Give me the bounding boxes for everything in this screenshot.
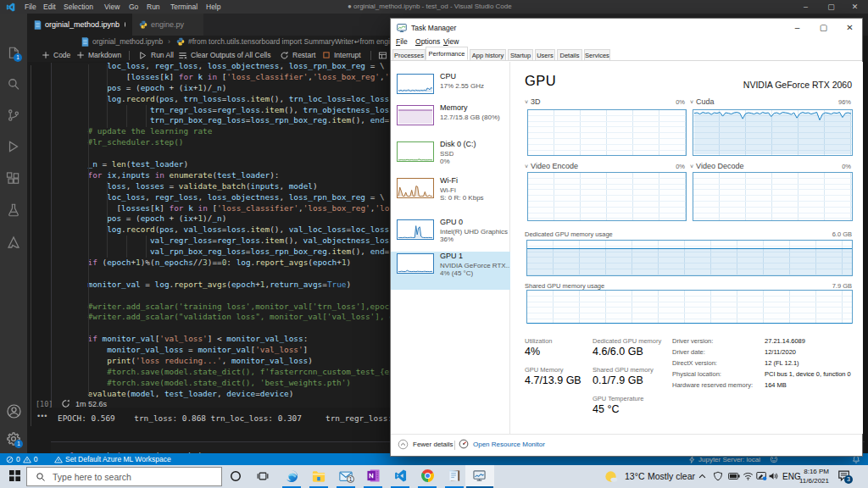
vscode-taskbar-icon[interactable] (390, 465, 410, 486)
azure-workspace-status[interactable]: Set Default Azure ML Workspace (54, 453, 171, 465)
tm-sidebar-wi-fi[interactable]: Wi-FiWi-FiS: 0 R: 0 Kbps (391, 176, 510, 218)
tm-close-button[interactable]: ✕ (843, 21, 857, 34)
add-code-button[interactable]: Code (42, 48, 70, 62)
chart-label-video-encode[interactable]: ˅Video Encode (525, 162, 578, 170)
mail-icon[interactable]: 1 (336, 465, 356, 486)
extensions-icon[interactable] (6, 171, 21, 186)
resource-monitor-icon (459, 439, 469, 449)
task-view-icon[interactable] (253, 465, 273, 486)
vscode-minimize-button[interactable]: – (799, 0, 812, 14)
chart-label-3d[interactable]: ˅3D (525, 97, 541, 106)
file-explorer-icon[interactable] (309, 465, 329, 486)
tm-menu-view[interactable]: View (443, 37, 459, 46)
vscode-logo-icon[interactable] (6, 3, 15, 12)
problems-status[interactable]: 0 0 (6, 453, 37, 465)
taskbar-clock[interactable]: 8:16 PM 11/6/2021 (799, 468, 829, 485)
tm-menu-options[interactable]: Options (415, 37, 440, 46)
restart-button[interactable]: Restart (280, 48, 315, 62)
start-button[interactable] (4, 465, 25, 486)
tm-tab-services[interactable]: Services (584, 49, 610, 60)
tm-sidebar-memory[interactable]: Memory12.7/15.8 GB (80%) (391, 103, 510, 140)
tm-tab-processes[interactable]: Processes (392, 49, 426, 60)
menu-selection[interactable]: Selection (64, 0, 93, 14)
detail-value: 27.21.14.6089 (765, 337, 805, 345)
menu-terminal[interactable]: Terminal (170, 0, 198, 14)
chart-label-video-decode[interactable]: ˅Video Decode (690, 162, 743, 170)
tab-orginial-method[interactable]: orginial_method.ipynb (27, 14, 132, 36)
menu-file[interactable]: File (25, 0, 36, 14)
chrome-icon[interactable] (417, 465, 437, 486)
azure-icon[interactable] (6, 235, 21, 250)
menu-help[interactable]: Help (206, 0, 220, 14)
battery-icon[interactable] (728, 472, 740, 480)
tm-minimize-button[interactable]: – (790, 21, 804, 34)
weather-desc[interactable]: Mostly clear (648, 471, 695, 481)
tab-dirty-dot[interactable] (125, 22, 125, 27)
run-debug-icon[interactable] (6, 139, 21, 154)
chart-value: 0% (661, 98, 685, 106)
tm-sidebar-item-name: CPU (440, 72, 456, 80)
tm-maximize-button[interactable]: ▢ (816, 21, 831, 34)
open-resource-monitor-link[interactable]: Open Resource Monitor (459, 439, 545, 449)
vscode-close-button[interactable]: ✕ (849, 0, 861, 14)
onenote-icon[interactable] (363, 465, 383, 486)
weather-temp[interactable]: 13°C (625, 471, 644, 481)
tm-sidebar-gpu-0[interactable]: GPU 0Intel(R) UHD Graphics36% (391, 218, 510, 252)
taskbar-search-box[interactable]: Type here to search (26, 467, 222, 486)
menu-run[interactable]: Run (147, 0, 160, 14)
tm-tab-app-history[interactable]: App history (470, 49, 506, 60)
tm-sidebar-cpu[interactable]: CPU17% 2.55 GHz (391, 72, 510, 103)
breadcrumb-file[interactable]: orginial_method.ipynb (92, 36, 163, 48)
clear-outputs-icon (178, 51, 187, 60)
wifi-icon[interactable] (743, 471, 754, 481)
chart-label-cuda[interactable]: ˅Cuda (690, 97, 715, 106)
interrupt-button[interactable]: Interrupt (322, 48, 361, 62)
language-indicator[interactable]: ENG (782, 472, 801, 481)
weather-icon[interactable] (604, 469, 618, 484)
defender-shield-icon[interactable] (713, 471, 723, 481)
volume-icon[interactable] (768, 471, 779, 481)
chart-label-shared-gpu-memory-usage: Shared GPU memory usage (525, 282, 604, 290)
tray-chevron-icon[interactable] (698, 472, 707, 481)
tm-sidebar-gpu-1[interactable]: GPU 1NVIDIA GeForce RTX...4% (45 °C) (391, 252, 510, 290)
tm-titlebar[interactable]: Task Manager – ▢ ✕ (391, 19, 862, 37)
detail-value: 12 (FL 12.1) (765, 359, 799, 367)
tm-tab-details[interactable]: Details (557, 49, 582, 60)
notepad-icon[interactable] (444, 465, 465, 486)
tm-thumbnail-chart (397, 178, 434, 198)
explorer-icon[interactable]: 1 (6, 46, 21, 61)
menu-go[interactable]: Go (129, 0, 138, 14)
source-control-icon[interactable] (6, 108, 21, 123)
search-icon[interactable] (6, 76, 21, 92)
run-all-button[interactable]: Run All (138, 48, 174, 62)
clear-outputs-button[interactable]: Clear Outputs of All Cells (178, 48, 270, 62)
stat-label-utilization: Utilization (525, 337, 553, 345)
output-overflow-dots[interactable]: ••• (37, 412, 47, 420)
vscode-maximize-button[interactable]: ▢ (825, 0, 837, 14)
account-icon[interactable] (6, 403, 21, 419)
edge-icon[interactable] (281, 465, 302, 486)
add-markdown-button[interactable]: Markdown (76, 48, 121, 62)
screen: ● orginial_method.ipynb - test_od - Visu… (0, 0, 868, 488)
pen-workspace-icon[interactable] (756, 471, 767, 481)
task-manager-taskbar-button[interactable] (465, 465, 494, 486)
tm-tab-performance[interactable]: Performance (426, 47, 468, 60)
test-beaker-icon[interactable] (6, 202, 21, 218)
tm-menu-file[interactable]: File (396, 37, 408, 46)
cortana-icon[interactable] (225, 465, 246, 486)
execution-count: [10] (36, 400, 53, 408)
notebook-file-icon (34, 20, 42, 30)
settings-gear-icon[interactable]: 1 (6, 431, 21, 446)
tm-tab-startup[interactable]: Startup (508, 49, 533, 60)
tm-sidebar-item-name: Wi-Fi (440, 176, 458, 185)
menu-edit[interactable]: Edit (43, 0, 56, 14)
tm-tab-users[interactable]: Users (535, 49, 555, 60)
tm-sidebar-item-sub: 4% (45 °C) (440, 269, 473, 277)
fewer-details-button[interactable]: Fewer details (398, 439, 453, 450)
action-center-icon[interactable]: 3 (837, 469, 851, 482)
tm-sidebar-item-sub: SSD (440, 150, 453, 158)
tab-engine-py[interactable]: engine.py (132, 14, 203, 36)
toolbar-separator (370, 51, 371, 60)
menu-view[interactable]: View (104, 0, 120, 14)
tm-sidebar-disk-0-c-[interactable]: Disk 0 (C:)SSD0% (391, 140, 510, 176)
